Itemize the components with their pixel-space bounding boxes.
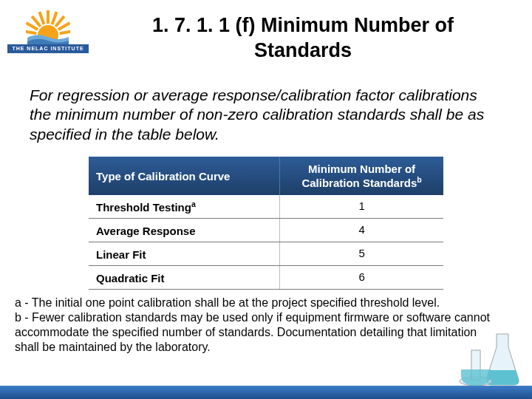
table-header-col2-text: Minimum Number of Calibration Standards — [301, 163, 417, 189]
table-header-col2: Minimum Number of Calibration Standardsb — [280, 157, 443, 195]
table-cell-value: 5 — [280, 242, 443, 265]
table-header-col2-sup: b — [417, 175, 421, 184]
footnotes: a - The initial one point calibration sh… — [15, 296, 502, 355]
table-cell-value: 6 — [280, 266, 443, 289]
table-cell-label: Threshold Testinga — [89, 195, 280, 218]
table-header-row: Type of Calibration Curve Minimum Number… — [89, 157, 443, 195]
footnote-a: a - The initial one point calibration sh… — [15, 296, 502, 310]
row-label: Quadratic Fit — [96, 272, 165, 284]
beakers-icon — [454, 330, 528, 389]
svg-rect-0 — [47, 10, 50, 24]
slide: THE NELAC INSTITUTE 1. 7. 1. 1 (f) Minim… — [0, 0, 532, 399]
table-row: Linear Fit 5 — [89, 242, 443, 266]
body-paragraph: For regression or average response/calib… — [30, 86, 502, 144]
table-cell-label: Linear Fit — [89, 242, 280, 265]
svg-rect-7 — [59, 30, 70, 35]
bottom-accent-bar — [0, 386, 532, 399]
table-header-col1: Type of Calibration Curve — [89, 157, 280, 195]
logo-text: THE NELAC INSTITUTE — [7, 44, 89, 53]
slide-title: 1. 7. 1. 1 (f) Minimum Number of Standar… — [103, 13, 502, 64]
table-cell-label: Quadratic Fit — [89, 266, 280, 289]
svg-rect-8 — [26, 30, 37, 35]
row-sup: a — [191, 200, 196, 208]
table-row: Average Response 4 — [89, 219, 443, 242]
standards-table: Type of Calibration Curve Minimum Number… — [89, 157, 443, 290]
table-cell-value: 1 — [280, 195, 443, 218]
row-label: Threshold Testing — [96, 201, 191, 214]
table-cell-value: 4 — [280, 219, 443, 242]
footnote-b: b - Fewer calibration standards may be u… — [15, 310, 502, 355]
org-logo: THE NELAC INSTITUTE — [7, 7, 89, 53]
table-row: Quadratic Fit 6 — [89, 266, 443, 290]
table-row: Threshold Testinga 1 — [89, 195, 443, 219]
row-label: Average Response — [96, 225, 196, 237]
row-label: Linear Fit — [96, 248, 146, 261]
table-cell-label: Average Response — [89, 219, 280, 242]
logo-sun-icon — [26, 7, 70, 44]
